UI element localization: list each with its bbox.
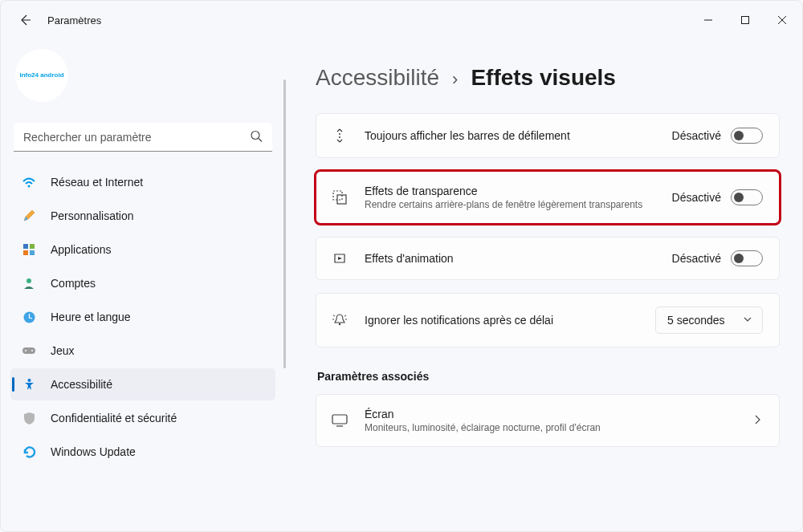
toggle-state: Désactivé [672, 129, 721, 142]
svg-rect-6 [30, 250, 35, 255]
setting-animation[interactable]: Effets d'animation Désactivé [316, 237, 780, 280]
svg-rect-18 [332, 415, 347, 424]
setting-notif-delay[interactable]: Ignorer les notifications après ce délai… [316, 293, 780, 347]
search-icon [250, 130, 263, 145]
content-pane: Accessibilité › Effets visuels Toujours … [283, 39, 802, 532]
setting-title: Ignorer les notifications après ce délai [365, 314, 655, 327]
apps-icon [22, 243, 36, 256]
toggle-state: Désactivé [672, 191, 721, 204]
svg-point-2 [28, 185, 31, 188]
sidebar-item-network[interactable]: Réseau et Internet [10, 166, 275, 198]
sidebar-item-privacy[interactable]: Confidentialité et sécurité [10, 402, 275, 434]
page-title: Effets visuels [471, 65, 616, 91]
wifi-icon [22, 175, 36, 189]
avatar[interactable]: Info24 android [15, 49, 68, 102]
setting-title: Effets d'animation [365, 252, 672, 265]
related-screen[interactable]: Écran Moniteurs, luminosité, éclairage n… [316, 394, 780, 447]
svg-point-7 [26, 278, 31, 283]
sidebar-label: Personnalisation [51, 209, 134, 222]
accessibility-icon [22, 378, 36, 392]
avatar-label: Info24 android [19, 72, 63, 79]
close-icon [777, 15, 787, 25]
transparency-toggle[interactable] [731, 189, 763, 205]
sidebar: Info24 android Réseau et Internet Person… [1, 39, 283, 532]
sidebar-label: Comptes [51, 277, 96, 290]
person-icon [22, 277, 36, 290]
search-box [14, 123, 272, 152]
setting-scrollbars[interactable]: Toujours afficher les barres de défileme… [316, 113, 780, 158]
notif-delay-dropdown[interactable]: 5 secondes [655, 307, 763, 334]
update-icon [22, 445, 36, 459]
related-heading: Paramètres associés [317, 370, 780, 383]
search-input[interactable] [14, 123, 272, 152]
chevron-right-icon: › [452, 69, 458, 90]
arrow-left-icon [18, 14, 31, 26]
sidebar-label: Réseau et Internet [51, 176, 143, 189]
gamepad-icon [22, 345, 36, 356]
sidebar-item-update[interactable]: Windows Update [10, 436, 275, 468]
svg-point-12 [27, 379, 31, 382]
svg-point-17 [339, 323, 340, 325]
scrollbars-icon [331, 127, 349, 144]
toggle-state: Désactivé [672, 252, 721, 265]
setting-title: Effets de transparence [365, 185, 672, 197]
sidebar-label: Accessibilité [51, 378, 112, 391]
animation-icon [331, 250, 349, 266]
clock-globe-icon [22, 311, 36, 324]
svg-point-10 [25, 350, 26, 351]
scrollbars-toggle[interactable] [731, 128, 763, 144]
setting-transparency[interactable]: Effets de transparence Rendre certains a… [316, 171, 780, 224]
svg-point-11 [31, 350, 33, 351]
sidebar-item-personalization[interactable]: Personnalisation [10, 200, 275, 232]
sidebar-label: Heure et langue [51, 311, 131, 323]
notification-icon [331, 312, 349, 328]
svg-rect-5 [23, 250, 28, 255]
minimize-button[interactable] [690, 4, 727, 36]
sidebar-item-gaming[interactable]: Jeux [10, 335, 275, 367]
svg-rect-3 [23, 244, 28, 249]
setting-title: Toujours afficher les barres de défileme… [365, 129, 672, 142]
breadcrumb-parent[interactable]: Accessibilité [316, 65, 439, 91]
sidebar-item-time[interactable]: Heure et langue [10, 301, 275, 333]
svg-point-14 [339, 136, 340, 138]
sidebar-label: Jeux [51, 344, 75, 357]
svg-rect-0 [742, 17, 749, 24]
sidebar-label: Confidentialité et sécurité [51, 412, 177, 424]
app-title: Paramètres [47, 14, 101, 26]
svg-rect-9 [22, 347, 35, 354]
sidebar-label: Applications [51, 243, 112, 256]
svg-rect-4 [30, 244, 35, 249]
sidebar-item-accounts[interactable]: Comptes [10, 267, 275, 299]
svg-point-1 [251, 132, 259, 140]
back-button[interactable] [7, 2, 43, 38]
dropdown-value: 5 secondes [667, 314, 725, 327]
setting-subtitle: Rendre certains arrière-plans de fenêtre… [365, 199, 654, 210]
related-subtitle: Moniteurs, luminosité, éclairage nocturn… [365, 422, 752, 433]
sidebar-item-accessibility[interactable]: Accessibilité [10, 368, 275, 400]
sidebar-label: Windows Update [51, 445, 136, 458]
related-title: Écran [365, 408, 752, 420]
transparency-icon [331, 189, 349, 205]
maximize-icon [740, 15, 750, 25]
chevron-down-icon [743, 314, 752, 327]
animation-toggle[interactable] [731, 250, 763, 266]
maximize-button[interactable] [727, 4, 764, 36]
chevron-right-icon [752, 414, 763, 428]
breadcrumb: Accessibilité › Effets visuels [316, 65, 780, 91]
close-button[interactable] [764, 4, 801, 36]
svg-point-13 [339, 133, 340, 135]
display-icon [331, 413, 349, 428]
shield-icon [22, 412, 36, 425]
scrollbar-thumb[interactable] [283, 79, 286, 368]
minimize-icon [703, 15, 713, 25]
sidebar-item-apps[interactable]: Applications [10, 234, 275, 266]
paintbrush-icon [22, 209, 36, 223]
